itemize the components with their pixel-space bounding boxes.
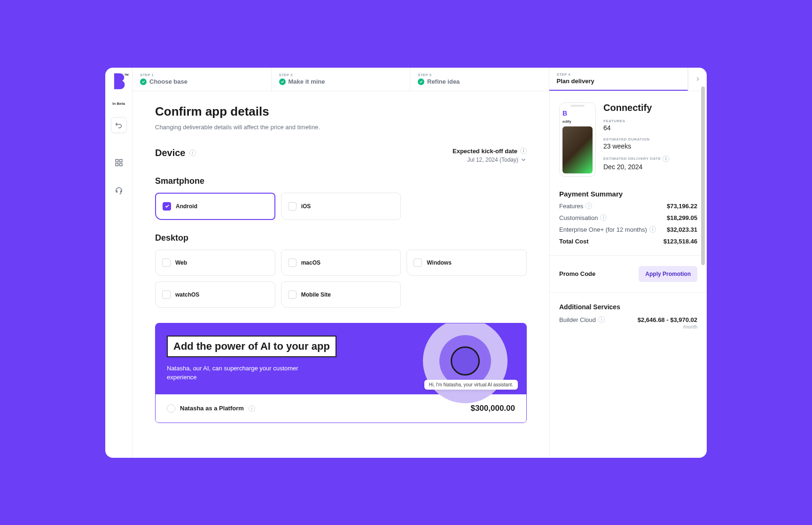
- chevron-down-icon: [520, 157, 527, 163]
- app-name: Connectify: [603, 102, 697, 113]
- step-plan-delivery[interactable]: STEP 4 Plan delivery: [549, 68, 688, 91]
- apps-grid-button[interactable]: [115, 158, 123, 169]
- device-option-watchos[interactable]: watchOS: [155, 282, 275, 308]
- step-label: Make it mine: [289, 78, 325, 85]
- app-window: TM In Beta STEP 1 Choose base STEP 2: [105, 68, 707, 458]
- device-label: Mobile Site: [301, 291, 331, 298]
- body: Confirm app details Changing deliverable…: [133, 91, 707, 458]
- device-label: Android: [176, 203, 197, 210]
- check-icon: [279, 78, 286, 85]
- kickoff-label: Expected kick-off date: [453, 148, 517, 155]
- device-label: iOS: [301, 203, 311, 210]
- stepper: STEP 1 Choose base STEP 2 Make it mine S…: [133, 68, 707, 91]
- row-label: Enterprise One+ (for 12 months): [559, 226, 647, 233]
- info-icon[interactable]: i: [520, 148, 527, 154]
- checkbox-icon: [162, 259, 171, 267]
- check-icon: [140, 78, 147, 85]
- delivery-value: Dec 20, 2024: [603, 163, 697, 171]
- checkbox-icon: [288, 259, 297, 267]
- svg-rect-2: [116, 163, 118, 165]
- builder-cloud-price: $2,646.68 - $3,970.02: [638, 316, 697, 323]
- divider: [550, 292, 707, 293]
- row-value: $18,299.05: [667, 214, 697, 221]
- phone-preview-title: ectify: [562, 120, 571, 123]
- svg-rect-0: [116, 159, 118, 162]
- features-label: FEATURES: [603, 119, 697, 123]
- step-number: STEP 2: [279, 73, 403, 77]
- device-option-ios[interactable]: iOS: [281, 193, 401, 220]
- ai-title: Add the power of AI to your app: [167, 336, 336, 357]
- row-label: Customisation: [559, 214, 598, 221]
- logo-tm: TM: [125, 73, 129, 76]
- total-label: Total Cost: [559, 238, 589, 245]
- device-label: Web: [175, 259, 187, 266]
- support-button[interactable]: [115, 187, 123, 197]
- builder-cloud-unit: /month: [638, 324, 697, 329]
- ai-pick-label: Natasha as a Platform: [180, 405, 244, 412]
- features-value: 64: [603, 124, 697, 132]
- device-option-macos[interactable]: macOS: [281, 250, 401, 276]
- desktop-heading: Desktop: [155, 233, 527, 243]
- info-icon[interactable]: i: [600, 214, 607, 221]
- radio-icon: [167, 404, 175, 413]
- device-option-windows[interactable]: Windows: [406, 250, 527, 276]
- row-value: $32,023.31: [667, 226, 697, 233]
- ai-orbs-graphic: [418, 323, 512, 408]
- builder-cloud-label: Builder Cloud: [559, 316, 596, 323]
- checkbox-icon: [288, 290, 297, 299]
- device-label: macOS: [301, 259, 320, 266]
- kickoff-date-picker[interactable]: Expected kick-off date i Jul 12, 2024 (T…: [453, 148, 527, 163]
- natasha-platform-option[interactable]: Natasha as a Platform i: [167, 404, 255, 413]
- step-label: Plan delivery: [557, 78, 594, 85]
- ai-speech-bubble: Hi, I'm Natasha, your virtual AI assista…: [424, 380, 518, 390]
- device-option-android[interactable]: Android: [155, 193, 275, 220]
- kickoff-date: Jul 12, 2024 (Today): [467, 157, 518, 163]
- info-icon[interactable]: i: [649, 226, 656, 233]
- ai-subtitle: Natasha, our AI, can supercharge your cu…: [167, 364, 308, 382]
- page-subtitle: Changing deliverable details will affect…: [155, 124, 527, 131]
- info-icon[interactable]: i: [249, 405, 255, 412]
- brand-logo: TM: [112, 73, 126, 90]
- step-number: STEP 1: [140, 73, 264, 77]
- step-label: Refine idea: [427, 78, 460, 85]
- step-label: Choose base: [149, 78, 187, 85]
- main-content: Confirm app details Changing deliverable…: [133, 91, 549, 458]
- duration-label: ESTIMATED DURATION: [603, 137, 697, 141]
- phone-preview-image: [562, 126, 593, 173]
- total-value: $123,518.46: [664, 238, 697, 245]
- svg-rect-3: [119, 163, 122, 165]
- info-icon[interactable]: i: [586, 203, 592, 209]
- summary-panel: B ectify Connectify FEATURES 64 ESTIMATE…: [549, 91, 707, 458]
- scrollbar[interactable]: [701, 86, 705, 265]
- step-refine-idea[interactable]: STEP 3 Refine idea: [410, 68, 549, 91]
- check-icon: [418, 78, 424, 85]
- additional-services-title: Additional Services: [559, 303, 697, 311]
- page-title: Confirm app details: [155, 104, 527, 119]
- svg-rect-1: [119, 159, 122, 162]
- info-icon[interactable]: i: [598, 316, 605, 323]
- grid-icon: [115, 158, 123, 167]
- chevron-right-icon: [695, 76, 701, 82]
- info-icon[interactable]: i: [189, 149, 196, 156]
- apply-promotion-button[interactable]: Apply Promotion: [639, 266, 697, 282]
- phone-preview: B ectify: [559, 102, 596, 177]
- undo-button[interactable]: [111, 117, 127, 133]
- step-make-it-mine[interactable]: STEP 2 Make it mine: [272, 68, 411, 91]
- phone-preview-logo-icon: B: [562, 110, 567, 117]
- main-column: STEP 1 Choose base STEP 2 Make it mine S…: [133, 68, 707, 458]
- device-heading: Device: [155, 148, 186, 158]
- ai-banner: Add the power of AI to your app Natasha,…: [155, 323, 527, 423]
- device-label: watchOS: [175, 291, 199, 298]
- delivery-label: ESTIMATED DELIVERY DATE: [603, 157, 661, 161]
- row-value: $73,196.22: [667, 203, 697, 210]
- info-icon[interactable]: i: [663, 156, 669, 162]
- ai-banner-top: Add the power of AI to your app Natasha,…: [156, 323, 526, 394]
- headset-icon: [115, 187, 123, 195]
- device-option-web[interactable]: Web: [155, 250, 275, 276]
- device-option-mobile-site[interactable]: Mobile Site: [281, 282, 401, 308]
- undo-icon: [115, 121, 123, 129]
- step-number: STEP 4: [557, 72, 680, 77]
- step-choose-base[interactable]: STEP 1 Choose base: [133, 68, 272, 91]
- in-beta-label: In Beta: [112, 102, 125, 106]
- checkbox-icon: [162, 290, 171, 299]
